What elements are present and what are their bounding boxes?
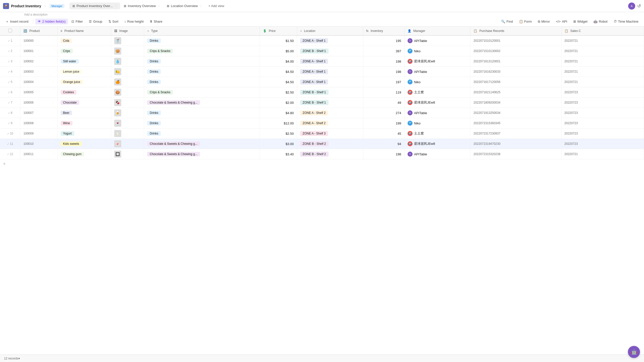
- insert-record-button[interactable]: ＋ Insert record: [3, 18, 31, 25]
- row-expand-icon[interactable]: ⤢: [8, 122, 10, 125]
- location-cell[interactable]: ZONE A - Shelf 2: [297, 118, 363, 128]
- location-cell[interactable]: ZONE A - Shelf 1: [297, 35, 363, 46]
- row-expand-icon[interactable]: ⤢: [8, 60, 10, 63]
- star-icon[interactable]: ☆: [44, 4, 47, 8]
- product-name-cell[interactable]: Crips: [57, 46, 111, 56]
- table-row[interactable]: ⤢ 1 100000 Cola 🥤 Drinks $1.50 ZONE A - …: [0, 35, 644, 46]
- product-name-cell[interactable]: Still water: [57, 56, 111, 67]
- table-row[interactable]: ⤢ 5 100004 Orange juice 🍊 Drinks $4.50 Z…: [0, 77, 644, 87]
- widget-button[interactable]: ⊞ Widget: [571, 19, 590, 24]
- form-button[interactable]: 📋 Form: [516, 19, 534, 24]
- header-product[interactable]: 🔢 Product: [20, 27, 57, 35]
- table-row[interactable]: ⤢ 11 100010 Kids sweets 🍬 Chocolate & Sw…: [0, 139, 644, 149]
- header-purchase[interactable]: 📋 Purchase Records: [470, 27, 561, 35]
- row-expand-icon[interactable]: ⤢: [8, 70, 10, 73]
- product-name-cell[interactable]: Yogurt: [57, 128, 111, 139]
- product-name-cell[interactable]: Wine: [57, 118, 111, 128]
- tab-menu-3[interactable]: ⋮: [200, 5, 202, 7]
- location-cell[interactable]: ZONE B - Shelf 1: [297, 98, 363, 108]
- table-row[interactable]: ⤢ 12 100011 Chewing gum 🔲 Chocolate & Sw…: [0, 149, 644, 159]
- location-cell[interactable]: ZONE A - Shelf 1: [297, 77, 363, 87]
- row-expand-icon[interactable]: ⤢: [8, 81, 10, 83]
- sort-button[interactable]: ⇅ Sort: [106, 19, 121, 24]
- robot-button[interactable]: 🤖 Robot: [591, 19, 610, 24]
- table-row[interactable]: ⤢ 10 100009 Yogurt 🥛 Drinks $2.50 ZONE A…: [0, 128, 644, 139]
- product-name-cell[interactable]: Chewing gum: [57, 149, 111, 159]
- type-cell[interactable]: Chocolate & Sweets & Chewing g...: [144, 98, 260, 108]
- records-icon[interactable]: ▾: [18, 357, 20, 360]
- row-expand-icon[interactable]: ⤢: [8, 112, 10, 114]
- header-price[interactable]: 💲 Price: [260, 27, 297, 35]
- type-cell[interactable]: Crips & Snacks: [144, 87, 260, 98]
- api-button[interactable]: </> API: [553, 19, 570, 24]
- header-location[interactable]: ○ Location: [297, 27, 363, 35]
- location-cell[interactable]: ZONE B - Shelf 1: [297, 87, 363, 98]
- table-row[interactable]: ⤢ 7 100006 Chocolate 🍫 Chocolate & Sweet…: [0, 98, 644, 108]
- add-row-button[interactable]: +: [0, 159, 644, 169]
- product-name-cell[interactable]: Lemon juice: [57, 67, 111, 77]
- type-cell[interactable]: Drinks: [144, 77, 260, 87]
- row-expand-icon[interactable]: ⤢: [7, 132, 9, 135]
- row-expand-icon[interactable]: ⤢: [7, 143, 9, 145]
- type-cell[interactable]: Chocolate & Sweets & Chewing g...: [144, 149, 260, 159]
- row-expand-icon[interactable]: ⤢: [7, 153, 9, 156]
- table-row[interactable]: ⤢ 9 100008 Wine 🍷 Drinks $12.00 ZONE A -…: [0, 118, 644, 128]
- product-name-cell[interactable]: Cola: [57, 35, 111, 46]
- header-inventory[interactable]: fx Inventory: [363, 27, 404, 35]
- location-cell[interactable]: ZONE B - Shelf 1: [297, 46, 363, 56]
- row-expand-icon[interactable]: ⤢: [8, 91, 10, 94]
- row-expand-icon[interactable]: ⤢: [8, 101, 10, 104]
- table-row[interactable]: ⤢ 6 100005 Cookies 🍪 Crips & Snacks $2.5…: [0, 87, 644, 98]
- type-cell[interactable]: Drinks: [144, 128, 260, 139]
- tab-menu-2[interactable]: ⋮: [158, 5, 160, 7]
- location-cell[interactable]: ZONE A - Shelf 2: [297, 108, 363, 118]
- type-cell[interactable]: Drinks: [144, 67, 260, 77]
- location-cell[interactable]: ZONE B - Shelf 2: [297, 139, 363, 149]
- product-name-cell[interactable]: Cookies: [57, 87, 111, 98]
- header-name[interactable]: ≡ Product Name: [57, 27, 111, 35]
- table-row[interactable]: ⤢ 8 100007 Beer 🍺 Drinks $4.80 ZONE A - …: [0, 108, 644, 118]
- type-cell[interactable]: Drinks: [144, 35, 260, 46]
- tab-menu-1[interactable]: ⋮: [115, 5, 117, 7]
- table-row[interactable]: ⤢ 3 100002 Still water 💧 Drinks $4.00 ZO…: [0, 56, 644, 67]
- description-text[interactable]: Add a description: [12, 12, 51, 16]
- location-cell[interactable]: ZONE A - Shelf 1: [297, 56, 363, 67]
- header-type[interactable]: ○ Type: [144, 27, 260, 35]
- type-cell[interactable]: Drinks: [144, 108, 260, 118]
- add-view-button[interactable]: + Add view: [206, 3, 227, 9]
- table-row[interactable]: ⤢ 4 100003 Lemon juice 🍋 Drinks $4.50 ZO…: [0, 67, 644, 77]
- type-cell[interactable]: Crips & Snacks: [144, 46, 260, 56]
- header-sales[interactable]: 📋 Sales C: [561, 27, 644, 35]
- product-name-cell[interactable]: Chocolate: [57, 98, 111, 108]
- product-name-cell[interactable]: Orange juice: [57, 77, 111, 87]
- row-height-button[interactable]: ↕ Row height: [122, 19, 146, 24]
- header-image[interactable]: 🖼 Image: [111, 27, 144, 35]
- filter-button[interactable]: ⊡ Filter: [69, 19, 85, 24]
- table-container[interactable]: 🔢 Product ≡ Product Name 🖼 Image ○ Type …: [0, 27, 644, 354]
- product-name-cell[interactable]: Beer: [57, 108, 111, 118]
- bottom-avatar-button[interactable]: 🤖: [628, 346, 640, 358]
- location-cell[interactable]: ZONE A - Shelf 1: [297, 67, 363, 77]
- time-machine-button[interactable]: ⏱ Time Machine: [611, 19, 641, 24]
- type-cell[interactable]: Chocolate & Sweets & Chewing g...: [144, 139, 260, 149]
- tab-product-inventory[interactable]: ⊞ Product Inventory Over... ⋮: [69, 3, 120, 9]
- refresh-button[interactable]: ↺: [637, 3, 641, 9]
- header-checkbox[interactable]: [8, 29, 12, 32]
- header-checkbox-col[interactable]: [0, 27, 20, 35]
- tab-location-overview[interactable]: ⊞ Location Overview ⋮: [164, 3, 205, 9]
- type-cell[interactable]: Drinks: [144, 56, 260, 67]
- row-expand-icon[interactable]: ⤢: [8, 50, 10, 53]
- tab-inventory-overview[interactable]: ⊞ Inventory Overview ⋮: [121, 3, 163, 9]
- product-name-cell[interactable]: Kids sweets: [57, 139, 111, 149]
- header-manager[interactable]: 👤 Manager: [404, 27, 470, 35]
- mirror-button[interactable]: ⧉ Mirror: [535, 19, 552, 25]
- group-button[interactable]: ☰ Group: [86, 19, 105, 24]
- hidden-fields-button[interactable]: 👁 2 hidden field(s): [35, 19, 68, 24]
- type-cell[interactable]: Drinks: [144, 118, 260, 128]
- user-avatar[interactable]: A: [628, 3, 635, 10]
- location-cell[interactable]: ZONE B - Shelf 2: [297, 149, 363, 159]
- location-cell[interactable]: ZONE A - Shelf 3: [297, 128, 363, 139]
- table-row[interactable]: ⤢ 2 100001 Crips 🥨 Crips & Snacks $5.00 …: [0, 46, 644, 56]
- row-expand-icon[interactable]: ⤢: [8, 39, 10, 42]
- find-button[interactable]: 🔍 Find: [499, 19, 515, 24]
